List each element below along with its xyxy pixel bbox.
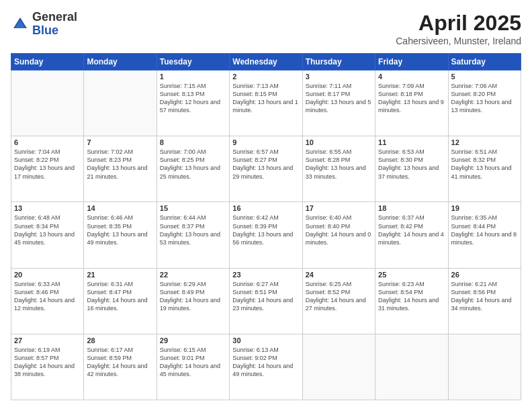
calendar-cell: 22Sunrise: 6:29 AM Sunset: 8:49 PM Dayli… — [157, 268, 229, 334]
day-number: 15 — [160, 204, 226, 212]
day-number: 10 — [306, 138, 372, 146]
calendar-cell: 20Sunrise: 6:33 AM Sunset: 8:46 PM Dayli… — [11, 268, 84, 334]
calendar-cell: 13Sunrise: 6:48 AM Sunset: 8:34 PM Dayli… — [11, 202, 84, 268]
day-number: 22 — [160, 271, 226, 279]
day-info: Sunrise: 7:04 AM Sunset: 8:22 PM Dayligh… — [14, 148, 81, 181]
day-info: Sunrise: 6:40 AM Sunset: 8:40 PM Dayligh… — [306, 214, 372, 246]
calendar-week-4: 20Sunrise: 6:33 AM Sunset: 8:46 PM Dayli… — [11, 268, 521, 334]
calendar-cell: 17Sunrise: 6:40 AM Sunset: 8:40 PM Dayli… — [302, 202, 375, 268]
calendar-cell: 7Sunrise: 7:02 AM Sunset: 8:23 PM Daylig… — [84, 136, 157, 202]
day-number: 24 — [306, 271, 372, 279]
calendar-cell: 15Sunrise: 6:44 AM Sunset: 8:37 PM Dayli… — [157, 202, 229, 268]
calendar-cell: 9Sunrise: 6:57 AM Sunset: 8:27 PM Daylig… — [230, 136, 302, 202]
calendar-cell: 11Sunrise: 6:53 AM Sunset: 8:30 PM Dayli… — [375, 136, 448, 202]
day-info: Sunrise: 6:29 AM Sunset: 8:49 PM Dayligh… — [160, 280, 226, 313]
calendar-cell: 14Sunrise: 6:46 AM Sunset: 8:35 PM Dayli… — [84, 202, 157, 268]
page: General Blue April 2025 Cahersiveen, Mun… — [0, 0, 532, 411]
logo: General Blue — [11, 11, 77, 38]
calendar-cell: 24Sunrise: 6:25 AM Sunset: 8:52 PM Dayli… — [302, 268, 375, 334]
calendar-cell: 16Sunrise: 6:42 AM Sunset: 8:39 PM Dayli… — [230, 202, 302, 268]
calendar-cell: 2Sunrise: 7:13 AM Sunset: 8:15 PM Daylig… — [230, 71, 302, 136]
day-info: Sunrise: 6:37 AM Sunset: 8:42 PM Dayligh… — [378, 214, 445, 246]
calendar-cell: 5Sunrise: 7:06 AM Sunset: 8:20 PM Daylig… — [448, 71, 521, 136]
day-number: 20 — [14, 271, 81, 279]
day-info: Sunrise: 6:48 AM Sunset: 8:34 PM Dayligh… — [14, 214, 81, 246]
calendar-header-sunday: Sunday — [11, 54, 84, 71]
calendar-cell: 3Sunrise: 7:11 AM Sunset: 8:17 PM Daylig… — [302, 71, 375, 136]
day-info: Sunrise: 6:57 AM Sunset: 8:27 PM Dayligh… — [232, 148, 299, 181]
day-info: Sunrise: 6:15 AM Sunset: 9:01 PM Dayligh… — [160, 346, 226, 379]
day-info: Sunrise: 7:13 AM Sunset: 8:15 PM Dayligh… — [232, 82, 299, 115]
day-number: 16 — [232, 204, 299, 212]
calendar-cell: 26Sunrise: 6:21 AM Sunset: 8:56 PM Dayli… — [448, 268, 521, 334]
day-number: 26 — [451, 271, 518, 279]
day-info: Sunrise: 6:21 AM Sunset: 8:56 PM Dayligh… — [451, 280, 518, 313]
day-info: Sunrise: 7:02 AM Sunset: 8:23 PM Dayligh… — [87, 148, 153, 181]
calendar-week-2: 6Sunrise: 7:04 AM Sunset: 8:22 PM Daylig… — [11, 136, 521, 202]
calendar-week-1: 1Sunrise: 7:15 AM Sunset: 8:13 PM Daylig… — [11, 71, 521, 136]
calendar-cell: 27Sunrise: 6:19 AM Sunset: 8:57 PM Dayli… — [11, 334, 84, 400]
logo-general: General — [32, 11, 77, 24]
day-number: 4 — [378, 73, 445, 81]
day-number: 2 — [232, 73, 299, 81]
calendar-header-saturday: Saturday — [448, 54, 521, 71]
calendar-cell: 12Sunrise: 6:51 AM Sunset: 8:32 PM Dayli… — [448, 136, 521, 202]
day-number: 14 — [87, 204, 153, 212]
calendar-header-wednesday: Wednesday — [230, 54, 302, 71]
day-info: Sunrise: 7:11 AM Sunset: 8:17 PM Dayligh… — [306, 82, 372, 115]
subtitle: Cahersiveen, Munster, Ireland — [396, 36, 521, 46]
calendar-cell: 23Sunrise: 6:27 AM Sunset: 8:51 PM Dayli… — [230, 268, 302, 334]
main-title: April 2025 — [396, 11, 521, 36]
day-info: Sunrise: 7:00 AM Sunset: 8:25 PM Dayligh… — [160, 148, 226, 181]
day-number: 13 — [14, 204, 81, 212]
calendar-header-friday: Friday — [375, 54, 448, 71]
calendar-cell: 28Sunrise: 6:17 AM Sunset: 8:59 PM Dayli… — [84, 334, 157, 400]
day-info: Sunrise: 6:44 AM Sunset: 8:37 PM Dayligh… — [160, 214, 226, 246]
day-number: 1 — [160, 73, 226, 81]
calendar: SundayMondayTuesdayWednesdayThursdayFrid… — [11, 53, 521, 400]
logo-text: General Blue — [32, 11, 77, 38]
day-number: 11 — [378, 138, 445, 146]
day-number: 7 — [87, 138, 153, 146]
calendar-header-row: SundayMondayTuesdayWednesdayThursdayFrid… — [11, 54, 521, 71]
calendar-header-tuesday: Tuesday — [157, 54, 229, 71]
day-number: 30 — [232, 336, 299, 345]
day-number: 5 — [451, 73, 518, 81]
day-info: Sunrise: 6:53 AM Sunset: 8:30 PM Dayligh… — [378, 148, 445, 181]
calendar-week-5: 27Sunrise: 6:19 AM Sunset: 8:57 PM Dayli… — [11, 334, 521, 400]
day-info: Sunrise: 6:25 AM Sunset: 8:52 PM Dayligh… — [306, 280, 372, 313]
day-number: 18 — [378, 204, 445, 212]
day-info: Sunrise: 6:42 AM Sunset: 8:39 PM Dayligh… — [232, 214, 299, 246]
day-info: Sunrise: 6:17 AM Sunset: 8:59 PM Dayligh… — [87, 346, 153, 379]
day-number: 12 — [451, 138, 518, 146]
calendar-week-3: 13Sunrise: 6:48 AM Sunset: 8:34 PM Dayli… — [11, 202, 521, 268]
calendar-cell: 10Sunrise: 6:55 AM Sunset: 8:28 PM Dayli… — [302, 136, 375, 202]
calendar-cell: 1Sunrise: 7:15 AM Sunset: 8:13 PM Daylig… — [157, 71, 229, 136]
calendar-cell — [375, 334, 448, 400]
day-number: 17 — [306, 204, 372, 212]
day-info: Sunrise: 7:06 AM Sunset: 8:20 PM Dayligh… — [451, 82, 518, 115]
calendar-cell — [84, 71, 157, 136]
day-info: Sunrise: 6:27 AM Sunset: 8:51 PM Dayligh… — [232, 280, 299, 313]
day-number: 21 — [87, 271, 153, 279]
day-number: 27 — [14, 336, 81, 345]
day-info: Sunrise: 6:13 AM Sunset: 9:02 PM Dayligh… — [232, 346, 299, 379]
calendar-cell — [448, 334, 521, 400]
day-number: 8 — [160, 138, 226, 146]
calendar-cell: 29Sunrise: 6:15 AM Sunset: 9:01 PM Dayli… — [157, 334, 229, 400]
day-number: 3 — [306, 73, 372, 81]
day-number: 6 — [14, 138, 81, 146]
calendar-cell — [11, 71, 84, 136]
calendar-header-thursday: Thursday — [302, 54, 375, 71]
day-info: Sunrise: 6:46 AM Sunset: 8:35 PM Dayligh… — [87, 214, 153, 246]
calendar-header-monday: Monday — [84, 54, 157, 71]
calendar-cell: 21Sunrise: 6:31 AM Sunset: 8:47 PM Dayli… — [84, 268, 157, 334]
header: General Blue April 2025 Cahersiveen, Mun… — [11, 11, 521, 46]
day-number: 28 — [87, 336, 153, 345]
calendar-cell: 25Sunrise: 6:23 AM Sunset: 8:54 PM Dayli… — [375, 268, 448, 334]
logo-icon — [11, 15, 30, 34]
day-number: 23 — [232, 271, 299, 279]
day-info: Sunrise: 6:33 AM Sunset: 8:46 PM Dayligh… — [14, 280, 81, 313]
calendar-cell: 6Sunrise: 7:04 AM Sunset: 8:22 PM Daylig… — [11, 136, 84, 202]
calendar-cell: 4Sunrise: 7:09 AM Sunset: 8:18 PM Daylig… — [375, 71, 448, 136]
